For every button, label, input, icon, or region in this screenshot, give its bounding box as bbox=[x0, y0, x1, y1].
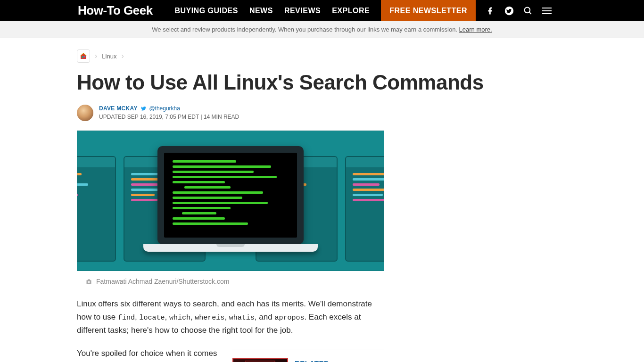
nav-icons bbox=[476, 0, 552, 21]
twitter-icon[interactable] bbox=[504, 6, 514, 16]
cmd-whereis: whereis bbox=[195, 314, 224, 322]
menu-icon[interactable] bbox=[542, 6, 552, 16]
camera-icon bbox=[85, 278, 92, 285]
chevron-right-icon: › bbox=[121, 52, 124, 60]
author-link[interactable]: DAVE MCKAY bbox=[99, 105, 138, 112]
related-thumb[interactable] bbox=[232, 358, 288, 362]
article-title: How to Use All Linux's Search Commands bbox=[77, 71, 567, 94]
nav-news[interactable]: NEWS bbox=[249, 7, 273, 15]
article-body: Linux offers six different ways to searc… bbox=[77, 297, 384, 362]
cmd-apropos: apropos bbox=[274, 314, 304, 322]
nav-explore[interactable]: EXPLORE bbox=[332, 7, 370, 15]
nav-buying-guides[interactable]: BUYING GUIDES bbox=[174, 7, 238, 15]
cmd-whatis: whatis bbox=[229, 314, 255, 322]
nav-right: BUYING GUIDES NEWS REVIEWS EXPLORE FREE … bbox=[174, 0, 552, 21]
breadcrumb-category[interactable]: Linux bbox=[102, 53, 116, 60]
publish-meta: UPDATED SEP 16, 2019, 7:05 PM EDT | 14 M… bbox=[99, 113, 239, 121]
facebook-icon[interactable] bbox=[485, 6, 495, 16]
site-logo[interactable]: How-To Geek bbox=[78, 0, 153, 21]
cmd-which: which bbox=[169, 314, 190, 322]
search-icon[interactable] bbox=[523, 6, 533, 16]
author-twitter[interactable]: @thegurkha bbox=[149, 105, 180, 112]
cmd-locate: locate bbox=[139, 314, 165, 322]
svg-rect-4 bbox=[84, 56, 85, 58]
twitter-bird-icon bbox=[140, 105, 148, 112]
chevron-right-icon: › bbox=[95, 52, 97, 60]
svg-line-2 bbox=[529, 12, 531, 14]
byline: DAVE MCKAY @thegurkha UPDATED SEP 16, 20… bbox=[77, 104, 567, 121]
page: › Linux › How to Use All Linux's Search … bbox=[77, 38, 567, 362]
hero-image bbox=[77, 131, 384, 271]
home-icon[interactable] bbox=[77, 49, 90, 63]
svg-point-5 bbox=[88, 281, 90, 283]
top-nav: How-To Geek BUYING GUIDES NEWS REVIEWS E… bbox=[0, 0, 644, 21]
cmd-find: find bbox=[118, 314, 135, 322]
author-avatar[interactable] bbox=[77, 105, 93, 121]
svg-rect-3 bbox=[82, 56, 83, 58]
intro-paragraph: Linux offers six different ways to searc… bbox=[77, 297, 384, 336]
newsletter-button[interactable]: FREE NEWSLETTER bbox=[381, 0, 476, 21]
svg-point-1 bbox=[525, 7, 530, 13]
affiliate-learn-more[interactable]: Learn more. bbox=[459, 26, 492, 33]
image-credit: Fatmawati Achmad Zaenuri/Shutterstock.co… bbox=[77, 271, 384, 297]
affiliate-text: We select and review products independen… bbox=[152, 26, 459, 33]
image-credit-text: Fatmawati Achmad Zaenuri/Shutterstock.co… bbox=[96, 278, 229, 285]
nav-links: BUYING GUIDES NEWS REVIEWS EXPLORE bbox=[174, 0, 381, 21]
related-label: RELATED bbox=[295, 358, 329, 362]
nav-reviews[interactable]: REVIEWS bbox=[284, 7, 321, 15]
related-block[interactable]: RELATED bbox=[232, 349, 384, 362]
affiliate-disclosure: We select and review products independen… bbox=[0, 21, 644, 38]
breadcrumb: › Linux › bbox=[77, 49, 567, 63]
